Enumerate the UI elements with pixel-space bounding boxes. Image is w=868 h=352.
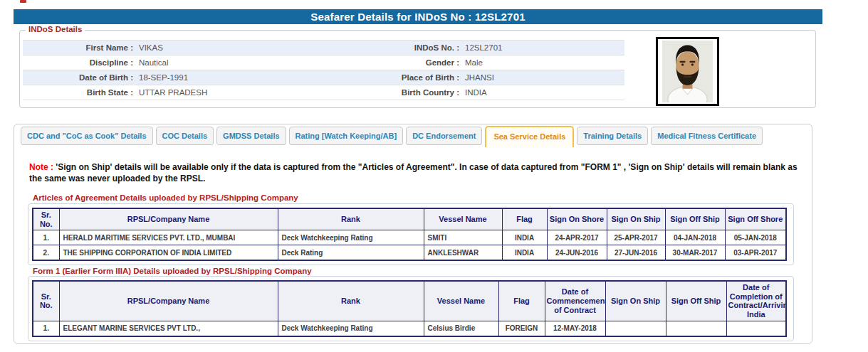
table-cell: INDIA [502,245,547,261]
date-of-birth-value: 18-SEP-1991 [133,70,352,85]
seafarer-photo-image [662,41,713,102]
tab-medical-fitness-certificate[interactable]: Medical Fitness Certificate [651,127,763,145]
page-title: Seafarer Details for INDoS No : 12SL2701 [14,9,822,24]
table-row: 2. THE SHIPPING CORPORATION OF INDIA LIM… [33,245,786,261]
agreement-table: Sr. No. RPSL/Company Name Rank Vessel Na… [32,208,787,261]
gender-label: Gender : [352,55,459,70]
column-header: Vessel Name [424,208,502,230]
table-cell: THE SHIPPING CORPORATION OF INDIA LIMITE… [59,245,278,261]
column-header: Flag [498,281,545,321]
table-cell: Deck Watchkeeping Rating [278,230,424,245]
table-cell: 2. [33,245,59,261]
column-header: Sign On Ship [607,208,665,230]
table-cell [726,321,786,336]
indos-no-label: INDoS No. : [352,41,459,55]
birth-country-label: Birth Country : [352,85,459,100]
form1-table-title: Form 1 (Earlier Form IIIA) Details uploa… [33,267,312,275]
table-cell: 05-JAN-2018 [725,230,786,245]
table-cell: Deck Rating [278,245,424,261]
detail-row: Date of Birth : 18-SEP-1991 Place of Bir… [23,70,624,85]
discipline-value: Nautical [133,55,352,70]
table-cell: 24-JUN-2016 [547,245,607,261]
column-header: Sign On Shore [547,208,607,230]
first-name-label: First Name : [23,41,133,55]
column-header: Sign Off Shore [725,208,786,230]
tab-bar: CDC and "CoC as Cook" Details COC Detail… [21,127,763,147]
table-header-row: Sr. No. RPSL/Company Name Rank Vessel Na… [33,208,786,230]
page-top-red-mark [20,0,26,3]
table-header-row: Sr. No. RPSL/Company Name Rank Vessel Na… [33,281,786,321]
detail-row: First Name : VIKAS INDoS No. : 12SL2701 [23,41,624,55]
place-of-birth-label: Place of Birth : [352,70,459,85]
indos-details-legend: INDoS Details [26,25,85,33]
table-cell [666,321,726,336]
column-header: Sr. No. [33,281,59,321]
table-cell: 03-APR-2017 [725,245,786,261]
table-cell: ANKLESHWAR [424,245,502,261]
tab-gmdss-details[interactable]: GMDSS Details [216,127,286,145]
detail-row: Discipline : Nautical Gender : Male [23,55,624,70]
table-cell: FOREIGN [498,321,545,336]
seafarer-details-page: Seafarer Details for INDoS No : 12SL2701… [0,0,868,352]
tab-sea-service-details[interactable]: Sea Service Details [485,126,574,147]
indos-details-grid: First Name : VIKAS INDoS No. : 12SL2701 … [23,40,624,100]
title-bar: Seafarer Details for INDoS No : 12SL2701 [14,9,822,24]
agreement-table-wrapper: Sr. No. RPSL/Company Name Rank Vessel Na… [28,203,794,265]
tab-coc-details[interactable]: COC Details [156,127,214,145]
date-of-birth-label: Date of Birth : [23,70,133,85]
form1-table-wrapper: Sr. No. RPSL/Company Name Rank Vessel Na… [28,276,794,341]
form1-table: Sr. No. RPSL/Company Name Rank Vessel Na… [32,280,787,337]
table-cell: 1. [33,230,59,245]
discipline-label: Discipline : [23,55,133,70]
column-header: Sign On Ship [605,281,666,321]
place-of-birth-value: JHANSI [459,70,624,85]
table-cell: 25-APR-2017 [607,230,665,245]
detail-row: Birth State : UTTAR PRADESH Birth Countr… [23,85,624,100]
table-cell: 30-MAR-2017 [665,245,725,261]
seafarer-photo [656,37,719,106]
table-cell: 24-APR-2017 [547,230,607,245]
table-cell: Deck Watchkeeping Rating [278,321,424,336]
first-name-value: VIKAS [133,41,352,55]
column-header: Date of Commencement of Contract [545,281,605,321]
note-prefix: Note : [29,162,53,172]
column-header: RPSL/Company Name [59,281,278,321]
table-row: 1. HERALD MARITIME SERVICES PVT. LTD., M… [33,230,786,245]
sign-on-ship-note: Note : 'Sign on Ship' details will be av… [29,161,805,184]
column-header: Sign Off Ship [666,281,726,321]
birth-country-value: INDIA [459,85,624,100]
table-cell: INDIA [502,230,547,245]
column-header: Rank [278,281,424,321]
table-cell: 27-JUN-2016 [607,245,665,261]
table-cell: ELEGANT MARINE SERVICES PVT LTD., [59,321,278,336]
column-header: Date of Completion of Contract/Arriving … [726,281,786,321]
tab-content-panel: CDC and "CoC as Cook" Details COC Detail… [14,124,812,344]
table-cell: 12-MAY-2018 [545,321,605,336]
column-header: Sign Off Ship [665,208,725,230]
column-header: RPSL/Company Name [59,208,278,230]
table-cell: 1. [33,321,59,336]
tab-dc-endorsement[interactable]: DC Endorsement [406,127,482,145]
column-header: Rank [278,208,424,230]
note-text: 'Sign on Ship' details will be available… [29,162,798,183]
table-cell [605,321,666,336]
tab-cdc-coc-as-cook-details[interactable]: CDC and "CoC as Cook" Details [21,127,153,145]
portrait-illustration [662,41,713,102]
table-cell: Celsius Birdie [424,321,498,336]
table-cell: HERALD MARITIME SERVICES PVT. LTD., MUMB… [59,230,278,245]
tab-training-details[interactable]: Training Details [577,127,648,145]
column-header: Flag [502,208,547,230]
agreement-table-title: Articles of Agreement Details uploaded b… [33,193,298,202]
birth-state-value: UTTAR PRADESH [133,85,352,100]
birth-state-label: Birth State : [23,85,133,100]
column-header: Sr. No. [33,208,59,230]
column-header: Vessel Name [424,281,498,321]
table-cell: SMITI [424,230,502,245]
table-row: 1. ELEGANT MARINE SERVICES PVT LTD., Dec… [33,321,786,336]
tab-rating-watch-keeping-ab[interactable]: Rating [Watch Keeping/AB] [289,127,404,145]
indos-no-value: 12SL2701 [459,41,624,55]
gender-value: Male [459,55,624,70]
table-cell: 04-JAN-2018 [665,230,725,245]
